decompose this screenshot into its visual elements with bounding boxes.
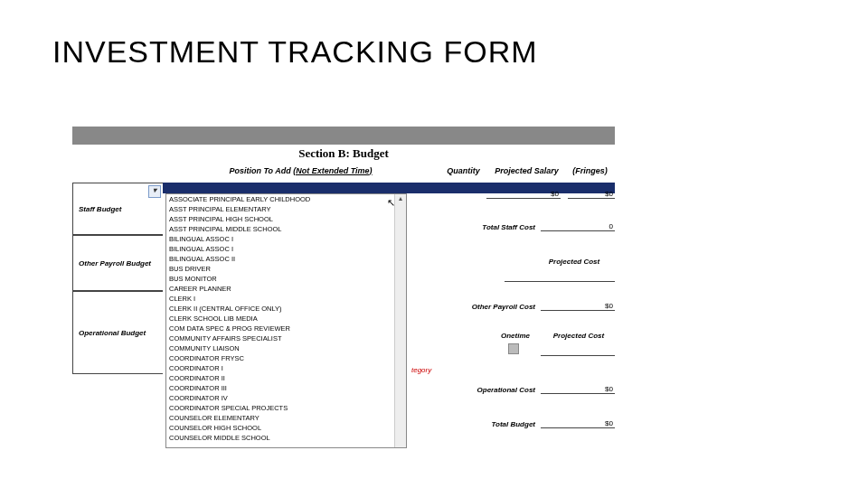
dropdown-option[interactable]: ASST PRINCIPAL MIDDLE SCHOOL [166, 224, 406, 234]
position-dropdown[interactable]: ASSOCIATE PRINCIPAL EARLY CHILDHOODASST … [165, 193, 407, 448]
dropdown-option[interactable]: COMMUNITY AFFAIRS SPECIALIST [166, 333, 406, 343]
dropdown-option[interactable]: BUS DRIVER [166, 264, 406, 274]
label-other-payroll: Other Payroll Budget [72, 235, 163, 291]
label-staff-budget: Staff Budget ▾ [72, 183, 163, 235]
scrollbar[interactable]: ▴ [394, 194, 406, 447]
column-headers: Position To Add (Not Extended Time) Quan… [72, 163, 615, 178]
total-budget-label: Total Budget [411, 420, 541, 428]
total-budget-value: $0 [541, 419, 615, 428]
section-title: Section B: Budget [72, 145, 615, 163]
dropdown-option[interactable]: BILINGUAL ASSOC I [166, 244, 406, 254]
dropdown-option[interactable]: COM DATA SPEC & PROG REVIEWER [166, 324, 406, 333]
projected-salary-value: $0 [486, 190, 561, 199]
label-operational: Operational Budget [72, 291, 163, 374]
page-title: INVESTMENT TRACKING FORM [52, 34, 538, 70]
dropdown-option[interactable]: CAREER PLANNER [166, 284, 406, 294]
section-bar [72, 127, 615, 145]
totals-area: $0 $0 Total Staff Cost 0 Projected Cost … [411, 181, 615, 443]
fringes-value: $0 [568, 190, 615, 199]
dropdown-option[interactable]: COUNSELOR HIGH SCHOOL [166, 423, 406, 433]
dropdown-option[interactable]: BUS MONITOR [166, 274, 406, 284]
dropdown-option[interactable]: COORDINATOR FRYSC [166, 353, 406, 363]
dropdown-option[interactable]: COORDINATOR I [166, 363, 406, 373]
operational-cost-value: $0 [541, 385, 615, 394]
projected-cost-line [505, 281, 615, 282]
onetime-cost-line [541, 355, 615, 356]
dropdown-option[interactable]: BILINGUAL ASSOC I [166, 234, 406, 244]
dropdown-option[interactable]: CLERK I [166, 294, 406, 304]
dropdown-option[interactable]: COUNSELOR ELEMENTARY [166, 413, 406, 423]
dropdown-option[interactable]: CLERK SCHOOL LIB MEDIA [166, 314, 406, 324]
operational-cost-label: Operational Cost [411, 386, 541, 394]
other-payroll-cost-label: Other Payroll Cost [411, 303, 541, 311]
projected-cost-header-2: Projected Cost [542, 332, 615, 340]
dropdown-option[interactable]: COMMUNITY LIAISON [166, 343, 406, 353]
dropdown-option[interactable]: CLERK II (CENTRAL OFFICE ONLY) [166, 304, 406, 314]
scroll-up-icon[interactable]: ▴ [395, 194, 406, 202]
dropdown-option[interactable]: BILINGUAL ASSOC II [166, 254, 406, 264]
dropdown-option[interactable]: COUNSELOR MIDDLE SCHOOL [166, 433, 406, 443]
dropdown-option[interactable]: COORDINATOR II [166, 373, 406, 383]
onetime-checkbox[interactable] [508, 343, 519, 354]
row-labels: Staff Budget ▾ Other Payroll Budget Oper… [72, 183, 163, 374]
total-staff-cost-label: Total Staff Cost [411, 223, 541, 231]
dropdown-option[interactable]: COORDINATOR IV [166, 393, 406, 403]
dropdown-toggle[interactable]: ▾ [148, 185, 161, 198]
dropdown-option[interactable]: ASSOCIATE PRINCIPAL EARLY CHILDHOOD [166, 194, 406, 204]
dropdown-option[interactable]: ASST PRINCIPAL HIGH SCHOOL [166, 214, 406, 224]
onetime-header: Onetime [488, 332, 542, 340]
dropdown-option[interactable]: COORDINATOR III [166, 383, 406, 393]
form-panel: Section B: Budget Position To Add (Not E… [72, 127, 615, 443]
projected-cost-header: Projected Cost [533, 258, 615, 266]
category-fragment: tegory [411, 366, 615, 374]
total-staff-cost-value: 0 [541, 222, 615, 231]
dropdown-option[interactable]: COORDINATOR SPECIAL PROJECTS [166, 403, 406, 413]
dropdown-option[interactable]: ASST PRINCIPAL ELEMENTARY [166, 204, 406, 214]
other-payroll-cost-value: $0 [541, 302, 615, 311]
